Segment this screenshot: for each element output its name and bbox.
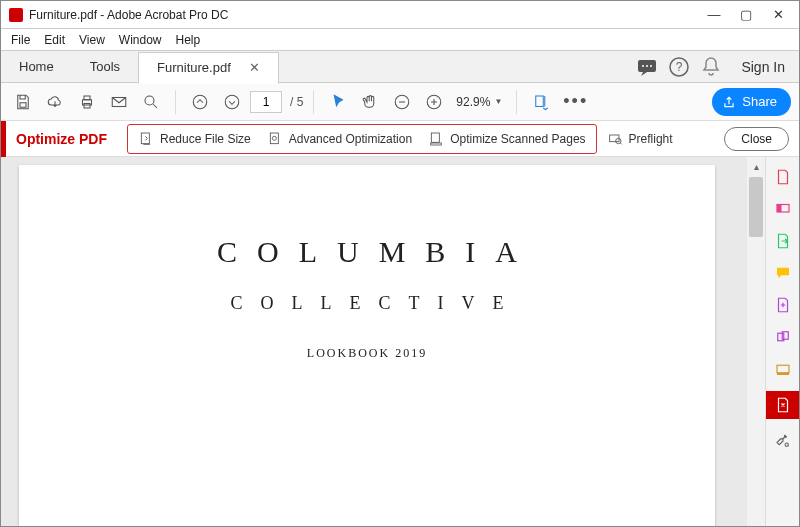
- main-toolbar: / 5 92.9%▼ ••• Share: [1, 83, 799, 121]
- scrollbar[interactable]: ▴: [747, 157, 765, 527]
- maximize-button[interactable]: ▢: [739, 7, 753, 22]
- close-window-button[interactable]: ✕: [771, 7, 785, 22]
- cloud-icon[interactable]: [41, 88, 69, 116]
- divider: [175, 90, 176, 114]
- zoom-dropdown[interactable]: 92.9%▼: [456, 95, 502, 109]
- window-controls: — ▢ ✕: [707, 7, 791, 22]
- bell-icon[interactable]: [699, 55, 723, 79]
- pdf-page: COLUMBIA COLLECTIVE LOOKBOOK 2019 INSPIR…: [19, 165, 715, 527]
- tab-document[interactable]: Furniture.pdf ✕: [138, 52, 279, 84]
- menu-file[interactable]: File: [11, 33, 30, 47]
- rail-optimize-icon[interactable]: [766, 391, 800, 419]
- rail-export-pdf-icon[interactable]: [773, 231, 793, 251]
- menu-view[interactable]: View: [79, 33, 105, 47]
- help-icon[interactable]: ?: [667, 55, 691, 79]
- doc-heading-2: COLLECTIVE: [19, 293, 715, 314]
- svg-rect-25: [777, 205, 782, 213]
- titlebar: Furniture.pdf - Adobe Acrobat Pro DC — ▢…: [1, 1, 799, 29]
- reduce-file-size-button[interactable]: Reduce File Size: [130, 127, 259, 151]
- zoom-in-icon[interactable]: [420, 88, 448, 116]
- tab-document-label: Furniture.pdf: [157, 60, 231, 75]
- preflight-icon: [607, 131, 623, 147]
- svg-rect-20: [431, 133, 439, 142]
- window-title: Furniture.pdf - Adobe Acrobat Pro DC: [29, 8, 707, 22]
- tab-tools-label: Tools: [90, 59, 120, 74]
- scroll-up-icon[interactable]: ▴: [747, 157, 765, 175]
- optimize-highlight-group: Reduce File Size Advanced Optimization O…: [127, 124, 597, 154]
- tab-home-label: Home: [19, 59, 54, 74]
- sign-in-button[interactable]: Sign In: [727, 59, 799, 75]
- rail-edit-pdf-icon[interactable]: [773, 199, 793, 219]
- svg-point-23: [615, 138, 620, 143]
- svg-rect-21: [431, 143, 442, 145]
- rail-more-tools-icon[interactable]: [773, 431, 793, 451]
- svg-point-11: [145, 96, 154, 105]
- divider: [516, 90, 517, 114]
- page-up-icon[interactable]: [186, 88, 214, 116]
- content-area: ▸ COLUMBIA COLLECTIVE LOOKBOOK 2019 INSP…: [1, 157, 799, 527]
- svg-rect-18: [270, 133, 278, 144]
- svg-point-13: [225, 95, 239, 109]
- right-tool-rail: [765, 157, 799, 527]
- document-viewport[interactable]: COLUMBIA COLLECTIVE LOOKBOOK 2019 INSPIR…: [1, 157, 747, 527]
- menu-window[interactable]: Window: [119, 33, 162, 47]
- svg-rect-9: [84, 103, 90, 108]
- preflight-button[interactable]: Preflight: [597, 131, 683, 147]
- minimize-button[interactable]: —: [707, 7, 721, 22]
- comment-icon[interactable]: [635, 55, 659, 79]
- scroll-thumb[interactable]: [749, 177, 763, 237]
- tab-close-icon[interactable]: ✕: [249, 60, 260, 75]
- rail-combine-icon[interactable]: [773, 327, 793, 347]
- svg-point-19: [272, 136, 276, 140]
- save-icon[interactable]: [9, 88, 37, 116]
- tab-bar: Home Tools Furniture.pdf ✕ ? Sign In: [1, 51, 799, 83]
- pointer-icon[interactable]: [324, 88, 352, 116]
- scanned-icon: [428, 131, 444, 147]
- svg-rect-6: [20, 102, 26, 107]
- page-number-input[interactable]: [250, 91, 282, 113]
- scanned-label: Optimize Scanned Pages: [450, 132, 585, 146]
- svg-text:?: ?: [676, 60, 683, 74]
- tool-stripe: [1, 121, 6, 157]
- optimize-pdf-title: Optimize PDF: [16, 131, 107, 147]
- svg-point-2: [646, 65, 648, 67]
- hand-icon[interactable]: [356, 88, 384, 116]
- close-tool-button[interactable]: Close: [724, 127, 789, 151]
- reduce-icon: [138, 131, 154, 147]
- tab-home[interactable]: Home: [1, 51, 72, 83]
- close-label: Close: [741, 132, 772, 146]
- zoom-out-icon[interactable]: [388, 88, 416, 116]
- svg-rect-17: [141, 133, 149, 144]
- preflight-label: Preflight: [629, 132, 673, 146]
- rail-organize-icon[interactable]: [773, 295, 793, 315]
- svg-point-12: [193, 95, 207, 109]
- more-icon[interactable]: •••: [559, 91, 592, 112]
- svg-rect-8: [84, 96, 90, 100]
- divider: [313, 90, 314, 114]
- tab-tools[interactable]: Tools: [72, 51, 138, 83]
- doc-subheading: LOOKBOOK 2019: [19, 346, 715, 361]
- svg-point-3: [650, 65, 652, 67]
- share-label: Share: [742, 94, 777, 109]
- search-icon[interactable]: [137, 88, 165, 116]
- fit-width-icon[interactable]: [527, 88, 555, 116]
- print-icon[interactable]: [73, 88, 101, 116]
- zoom-value: 92.9%: [456, 95, 490, 109]
- menubar: File Edit View Window Help: [1, 29, 799, 51]
- rail-create-pdf-icon[interactable]: [773, 167, 793, 187]
- advanced-optimization-button[interactable]: Advanced Optimization: [259, 127, 420, 151]
- advanced-label: Advanced Optimization: [289, 132, 412, 146]
- share-button[interactable]: Share: [712, 88, 791, 116]
- rail-comment-icon[interactable]: [773, 263, 793, 283]
- dropdown-icon: ▼: [494, 97, 502, 106]
- mail-icon[interactable]: [105, 88, 133, 116]
- optimize-toolbar: Optimize PDF Reduce File Size Advanced O…: [1, 121, 799, 157]
- rail-scan-icon[interactable]: [773, 359, 793, 379]
- optimize-scanned-button[interactable]: Optimize Scanned Pages: [420, 127, 593, 151]
- svg-rect-28: [777, 365, 789, 373]
- menu-help[interactable]: Help: [176, 33, 201, 47]
- page-down-icon[interactable]: [218, 88, 246, 116]
- advanced-icon: [267, 131, 283, 147]
- svg-rect-16: [536, 96, 544, 107]
- menu-edit[interactable]: Edit: [44, 33, 65, 47]
